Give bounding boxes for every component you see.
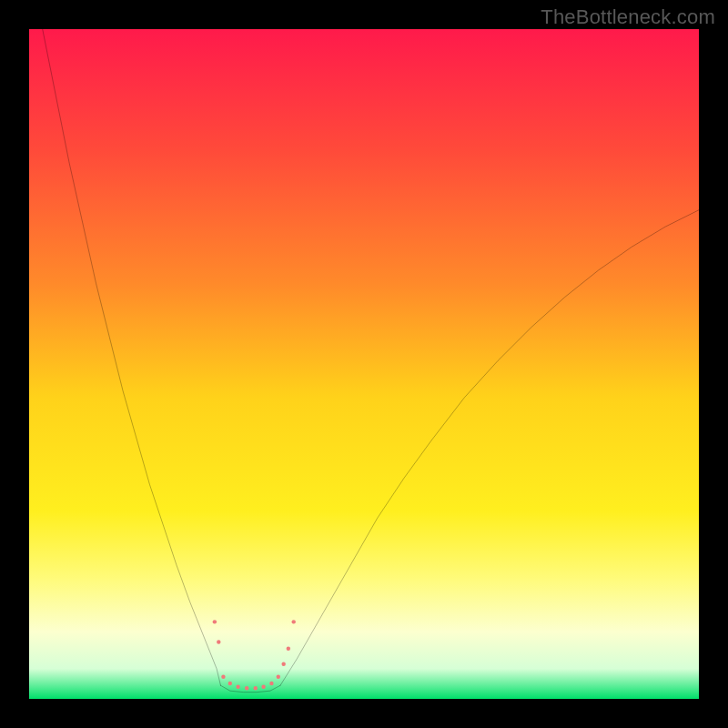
marker-dot [221,675,225,679]
plot-svg [29,29,699,699]
marker-dot [287,647,290,651]
watermark-text: TheBottleneck.com [541,5,715,29]
marker-dot [281,662,285,666]
marker-dot [277,675,280,679]
marker-dot [269,682,273,685]
marker-dot [217,640,220,643]
marker-dot [292,620,296,623]
marker-dot [228,682,232,685]
marker-dot [261,685,265,689]
gradient-background [29,29,699,699]
marker-dot [254,686,258,690]
chart-frame: TheBottleneck.com [0,0,728,728]
plot-area [29,29,699,699]
marker-dot [245,686,248,690]
marker-dot [213,620,217,623]
marker-dot [236,685,239,689]
